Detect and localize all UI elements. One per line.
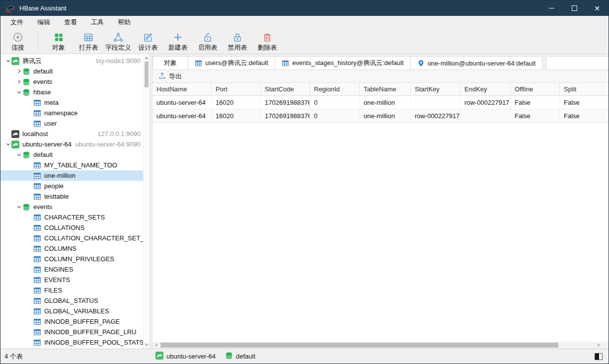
table-icon [33, 276, 41, 284]
tab-objects[interactable]: 对象 [152, 56, 188, 70]
tree-label: meta [44, 99, 59, 106]
table-icon [33, 328, 41, 336]
chevron-down-icon[interactable] [15, 152, 22, 157]
chevron-down-icon[interactable] [4, 142, 11, 147]
tree-node[interactable]: default [0, 149, 150, 160]
scroll-right-icon[interactable] [598, 343, 601, 347]
scroll-down-icon[interactable] [145, 344, 149, 347]
tree-node[interactable]: testtable [0, 191, 150, 202]
table-row[interactable]: ubuntu-server-641602017026919883760one-m… [152, 96, 609, 109]
tree-node[interactable]: hbase [0, 87, 150, 97]
table-cell: 16020 [212, 109, 261, 122]
database-icon [22, 68, 30, 75]
tree-node[interactable]: CHARACTER_SETS [0, 212, 150, 222]
table-icon [33, 234, 41, 242]
toolbar-objects-button[interactable]: 对象 [44, 31, 74, 52]
minimize-button[interactable] [540, 0, 563, 16]
scroll-up-icon[interactable] [145, 56, 149, 59]
column-header-split[interactable]: Split [560, 83, 609, 95]
table-icon [33, 245, 41, 253]
tree-node[interactable]: GLOBAL_VARIABLES [0, 306, 150, 316]
tree-node[interactable]: user [0, 118, 150, 129]
tree-node[interactable]: FILES [0, 285, 150, 295]
tree-label: people [44, 182, 64, 190]
tree-node[interactable]: namespace [0, 108, 150, 118]
chevron-down-icon[interactable] [4, 58, 11, 64]
tree-node[interactable]: EVENTS [0, 275, 150, 285]
database-icon [22, 88, 30, 96]
window-title: HBase Assistant [19, 4, 67, 12]
tree-vertical-scrollbar[interactable] [143, 54, 150, 349]
grid-horizontal-scrollbar[interactable] [152, 342, 609, 349]
design-table-icon [143, 31, 153, 43]
menu-item-1[interactable]: 文件 [3, 16, 30, 29]
chevron-down-icon[interactable] [15, 204, 22, 210]
toolbar-enable-table-button[interactable]: 启用表 [193, 31, 223, 52]
database-icon [22, 78, 30, 86]
menu-item-3[interactable]: 查看 [57, 16, 84, 29]
table-icon [33, 120, 41, 128]
tree-node[interactable]: events [0, 202, 150, 212]
column-header-port[interactable]: Port [212, 83, 261, 95]
table-row[interactable]: ubuntu-server-641602017026919883760one-m… [152, 109, 609, 123]
tree-node[interactable]: COLUMNS [0, 243, 150, 254]
column-header-regionid[interactable]: RegionId [310, 83, 360, 95]
tree-node[interactable]: GLOBAL_STATUS [0, 295, 150, 306]
chevron-right-icon[interactable] [15, 79, 22, 84]
tab-table-3[interactable]: one-million@ubuntu-server-64:default [410, 56, 542, 70]
tree-node[interactable]: COLUMN_PRIVILEGES [0, 254, 150, 264]
table-icon [33, 287, 41, 294]
tree-node[interactable]: COLLATIONS [0, 222, 150, 233]
grid-header-row: HostNamePortStartCodeRegionIdTableNameSt… [152, 83, 609, 96]
close-button[interactable]: ✕ [586, 0, 609, 16]
toolbar-new-table-button[interactable]: 新建表 [163, 31, 193, 52]
menu-item-2[interactable]: 编辑 [30, 16, 57, 29]
tree-node[interactable]: events [0, 76, 150, 87]
chevron-down-icon[interactable] [15, 89, 22, 95]
toolbar-connect-button[interactable]: 连接 [3, 31, 32, 52]
column-header-hostname[interactable]: HostName [152, 83, 212, 95]
menu-item-4[interactable]: 工具 [84, 16, 111, 29]
tree-node[interactable]: 腾讯云txy-node1:9090 [0, 56, 150, 66]
panel-toggle-icon[interactable] [595, 353, 603, 360]
tree-node[interactable]: localhost127.0.0.1:9090 [0, 129, 150, 139]
tree-node[interactable]: one-million [0, 170, 150, 181]
tree-node[interactable]: INNODB_BUFFER_POOL_STATS [0, 337, 150, 348]
menu-item-5[interactable]: 帮助 [111, 16, 138, 29]
tab-table-1[interactable]: users@腾讯云:default [188, 56, 275, 70]
tree-node[interactable]: ENGINES [0, 264, 150, 275]
tree-label: CHARACTER_SETS [44, 214, 105, 221]
tree-label: 腾讯云 [22, 57, 42, 66]
tree-node[interactable]: INNODB_BUFFER_PAGE [0, 316, 150, 327]
tree-node[interactable]: MY_TABLE_NAME_TOO [0, 160, 150, 170]
status-connection-label: ubuntu-server-64 [166, 353, 216, 360]
tree-node[interactable]: people [0, 181, 150, 191]
tree-scrollbar-thumb[interactable] [145, 62, 149, 87]
connection-icon [155, 352, 163, 361]
tab-table-2[interactable]: events_stages_history@腾讯云:default [275, 56, 411, 70]
export-button[interactable]: 导出 [158, 72, 182, 81]
toolbar-field-define-button[interactable]: 字段定义 [103, 31, 133, 52]
grid-scrollbar-thumb[interactable] [160, 343, 558, 348]
tree-node[interactable]: meta [0, 97, 150, 108]
column-header-tablename[interactable]: TableName [360, 83, 411, 95]
tree-node[interactable]: COLLATION_CHARACTER_SET_APPL [0, 233, 150, 243]
toolbar-delete-table-button[interactable]: 删除表 [252, 31, 282, 52]
tree-node[interactable]: INNODB_BUFFER_PAGE_LRU [0, 327, 150, 337]
maximize-button[interactable] [563, 0, 586, 16]
chevron-right-icon[interactable] [15, 69, 22, 74]
tree-label: ubuntu-server-64 [22, 141, 72, 148]
toolbar-disable-table-button[interactable]: 禁用表 [223, 31, 252, 52]
toolbar-label: 打开表 [79, 43, 98, 52]
column-header-startcode[interactable]: StartCode [261, 83, 310, 95]
toolbar-design-table-button[interactable]: 设计表 [133, 31, 163, 52]
scroll-left-icon[interactable] [154, 343, 157, 347]
toolbar-open-table-button[interactable]: 打开表 [74, 31, 103, 52]
table-cell: row-000227917 [411, 109, 460, 122]
column-header-startkey[interactable]: StartKey [411, 83, 460, 95]
column-header-offline[interactable]: Offline [511, 83, 560, 95]
tree-node[interactable]: default [0, 66, 150, 76]
connection-address: txy-node1:9090 [93, 57, 141, 65]
tree-node[interactable]: ubuntu-server-64ubuntu-server-64:9090 [0, 139, 150, 149]
column-header-endkey[interactable]: EndKey [460, 83, 511, 95]
